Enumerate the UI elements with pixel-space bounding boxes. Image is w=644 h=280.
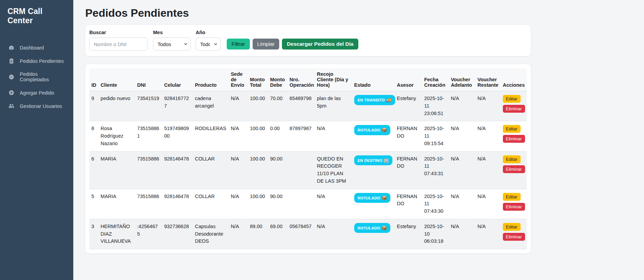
cell-recojo_cliente: N/A (315, 121, 352, 151)
sidebar-item-label: Gestionar Usuarios (20, 103, 62, 109)
cell-cliente: pedido nuevo (99, 91, 135, 121)
cell-recojo_cliente: QUEDO EN RECOGER 11/10 PLAN DE LAS 3PM (315, 151, 352, 189)
cell-celular: 932736628 (162, 219, 193, 249)
download-button[interactable]: Descargar Pedidos del Día (282, 39, 358, 50)
cell-id: 8 (89, 121, 99, 151)
cell-estado: EN TRANSITO 🚚 (352, 91, 395, 121)
cell-cliente: MARIA (99, 189, 135, 219)
cell-monto_debe: 90.00 (268, 189, 287, 219)
cell-nro_operacion (287, 151, 315, 189)
app-title: CRM Call Center (0, 0, 73, 32)
delete-button[interactable]: Eliminar (503, 135, 525, 143)
cell-monto_total: 100.00 (248, 121, 268, 151)
column-header: Voucher Adelanto (449, 68, 475, 91)
cell-dni: 73541519 (135, 91, 162, 121)
sidebar: CRM Call Center DashboardPedidos Pendien… (0, 0, 73, 280)
edit-button[interactable]: Editar (503, 125, 521, 133)
delete-button[interactable]: Eliminar (503, 165, 525, 173)
edit-button[interactable]: Editar (503, 193, 521, 201)
column-header: Monto Debe (268, 68, 287, 91)
cell-voucher_restante: N/A (476, 91, 501, 121)
cell-fecha_creacion: 2025-10-11 09:15:54 (422, 121, 449, 151)
edit-button[interactable]: Editar (503, 95, 521, 103)
cell-nro_operacion (287, 189, 315, 219)
edit-button[interactable]: Editar (503, 223, 521, 231)
cell-estado: EN DESTINO 🏢 (352, 151, 395, 189)
sidebar-item-pedidos-completados[interactable]: Pedidos Completados (0, 68, 73, 86)
table-row: 5MARIA73515886928146478COLLARN/A100.0090… (89, 189, 527, 219)
cell-celular: 928146478 (162, 151, 193, 189)
year-label: Año (196, 30, 221, 35)
cell-recojo_cliente: N/A (315, 189, 352, 219)
cell-dni: 73515886 (135, 151, 162, 189)
month-field-group: Mes Todos (153, 30, 191, 51)
cell-fecha_creacion: 2025-10-11 23:06:51 (422, 91, 449, 121)
cell-id: 9 (89, 91, 99, 121)
cell-estado: ROTULADO 📦 (352, 219, 395, 249)
cell-sede_envio: N/A (229, 121, 248, 151)
column-header: Sede de Envío (229, 68, 248, 91)
sidebar-item-pedidos-pendientes[interactable]: Pedidos Pendientes (0, 54, 73, 68)
cell-acciones: EditarEliminar (501, 91, 527, 121)
column-header: Asesor (395, 68, 422, 91)
delete-button[interactable]: Eliminar (503, 233, 525, 241)
cell-fecha_creacion: 2025-10-11 07:43:31 (422, 151, 449, 189)
gauge-icon (9, 45, 14, 51)
cell-voucher_restante: N/A (476, 151, 501, 189)
month-select[interactable]: Todos (153, 38, 191, 51)
cell-sede_envio: N/A (229, 91, 248, 121)
cell-voucher_adelanto: N/A (449, 121, 475, 151)
sidebar-item-label: Pedidos Pendientes (20, 58, 64, 64)
search-label: Buscar (89, 30, 148, 35)
column-header: Producto (193, 68, 229, 91)
cell-monto_total: 100.00 (248, 91, 268, 121)
sidebar-item-agregar-pedido[interactable]: Agregar Pedido (0, 86, 73, 99)
cell-dni: :42564675 (135, 219, 162, 249)
cell-recojo_cliente: N/A (315, 219, 352, 249)
cell-monto_total: 100.00 (248, 151, 268, 189)
cell-acciones: EditarEliminar (501, 219, 527, 249)
cell-asesor: Estefany (395, 219, 422, 249)
column-header: Monto Total (248, 68, 268, 91)
cell-cliente: MARIA (99, 151, 135, 189)
filter-button[interactable]: Filtrar (227, 39, 250, 50)
delete-button[interactable]: Eliminar (503, 203, 525, 211)
cell-fecha_creacion: 2025-10-11 07:43:30 (422, 189, 449, 219)
cell-id: 3 (89, 219, 99, 249)
delete-button[interactable]: Eliminar (503, 105, 525, 113)
cell-asesor: FERNANDO (395, 189, 422, 219)
cell-id: 5 (89, 189, 99, 219)
sidebar-item-dashboard[interactable]: Dashboard (0, 41, 73, 54)
users-gear-icon (9, 103, 14, 109)
sidebar-item-label: Dashboard (20, 45, 44, 51)
year-select[interactable]: Todos (196, 38, 221, 51)
cell-nro_operacion: 05678457 (287, 219, 315, 249)
cell-monto_debe: 90.00 (268, 151, 287, 189)
sidebar-item-gestionar-usuarios[interactable]: Gestionar Usuarios (0, 99, 73, 113)
clear-button[interactable]: Limpiar (253, 39, 280, 50)
edit-button[interactable]: Editar (503, 155, 521, 163)
cell-monto_debe: 69.00 (268, 219, 287, 249)
cell-voucher_adelanto: N/A (449, 219, 475, 249)
cell-voucher_adelanto: N/A (449, 91, 475, 121)
package-icon: 📦 (381, 225, 387, 230)
cell-estado: ROTULADO 📦 (352, 189, 395, 219)
cell-dni: 73515886 (135, 189, 162, 219)
cell-celular: 51974980900 (162, 121, 193, 151)
status-badge: ROTULADO 📦 (354, 193, 391, 203)
cell-voucher_adelanto: N/A (449, 151, 475, 189)
cell-voucher_restante: N/A (476, 121, 501, 151)
status-badge: ROTULADO 📦 (354, 223, 391, 233)
check-circle-icon (9, 74, 14, 80)
status-badge: EN DESTINO 🏢 (354, 155, 392, 166)
search-input[interactable] (89, 38, 148, 51)
column-header: Acciones (501, 68, 527, 91)
cell-estado: ROTULADO 📦 (352, 121, 395, 151)
filter-panel: Buscar Mes Todos Año Todos (85, 25, 531, 56)
truck-icon: 🚚 (386, 97, 391, 102)
table-row: 8Rosa Rodríguez Nazario73515886151974980… (89, 121, 527, 151)
status-badge: ROTULADO 📦 (354, 125, 391, 135)
cell-voucher_restante: N/A (476, 219, 501, 249)
cell-asesor: Estefany (395, 91, 422, 121)
cell-voucher_adelanto: N/A (449, 189, 475, 219)
